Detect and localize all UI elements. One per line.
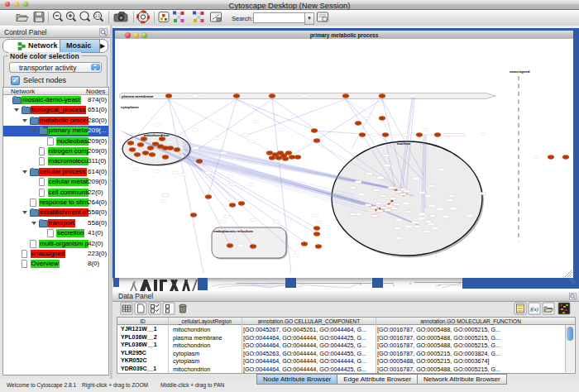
svg-text:nucleus: nucleus xyxy=(397,141,411,146)
svg-text:endoplasmic reticulum: endoplasmic reticulum xyxy=(213,229,253,233)
svg-text:mitochondrion: mitochondrion xyxy=(144,133,170,137)
svg-text:unassigned: unassigned xyxy=(510,69,530,74)
svg-text:plasma membrane: plasma membrane xyxy=(122,94,154,98)
svg-text:f(x): f(x) xyxy=(530,306,538,313)
svg-text:1:1: 1:1 xyxy=(95,14,101,18)
svg-text:cytoplasm: cytoplasm xyxy=(121,105,139,109)
